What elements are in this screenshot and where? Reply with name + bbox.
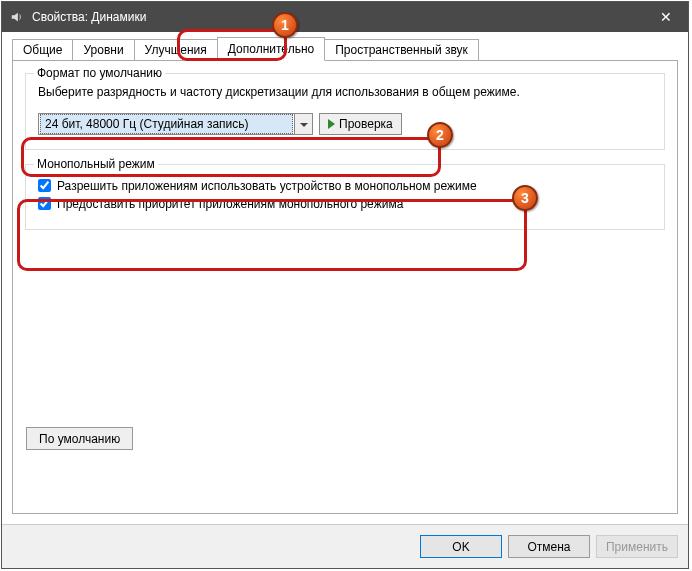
- default-format-description: Выберите разрядность и частоту дискретиз…: [38, 84, 652, 101]
- tab-spatial[interactable]: Пространственный звук: [324, 39, 479, 60]
- restore-defaults-button[interactable]: По умолчанию: [26, 427, 133, 450]
- default-format-legend: Формат по умолчанию: [34, 66, 165, 80]
- priority-exclusive-label: Предоставить приоритет приложениям моноп…: [57, 197, 403, 211]
- window-title: Свойства: Динамики: [32, 10, 146, 24]
- apply-button: Применить: [596, 535, 678, 558]
- test-button-label: Проверка: [339, 117, 393, 131]
- format-combobox[interactable]: 24 бит, 48000 Гц (Студийная запись): [38, 113, 313, 135]
- tabs-row: Общие Уровни Улучшения Дополнительно Про…: [12, 36, 678, 60]
- titlebar: Свойства: Динамики ✕: [2, 2, 688, 32]
- allow-exclusive-row[interactable]: Разрешить приложениям использовать устро…: [38, 179, 652, 193]
- speaker-icon: [10, 10, 24, 24]
- priority-exclusive-row[interactable]: Предоставить приоритет приложениям моноп…: [38, 197, 652, 211]
- properties-dialog: Свойства: Динамики ✕ Общие Уровни Улучше…: [1, 1, 689, 569]
- test-button[interactable]: Проверка: [319, 113, 402, 135]
- priority-exclusive-checkbox[interactable]: [38, 197, 51, 210]
- allow-exclusive-checkbox[interactable]: [38, 179, 51, 192]
- allow-exclusive-label: Разрешить приложениям использовать устро…: [57, 179, 477, 193]
- format-row: 24 бит, 48000 Гц (Студийная запись) Пров…: [38, 113, 652, 135]
- exclusive-legend: Монопольный режим: [34, 157, 158, 171]
- chevron-down-icon: [300, 117, 308, 131]
- dialog-content: Общие Уровни Улучшения Дополнительно Про…: [2, 32, 688, 524]
- tab-enhancements[interactable]: Улучшения: [134, 39, 218, 60]
- tab-advanced[interactable]: Дополнительно: [217, 37, 325, 61]
- default-format-group: Формат по умолчанию Выберите разрядность…: [25, 73, 665, 150]
- ok-button[interactable]: OK: [420, 535, 502, 558]
- format-selected-text: 24 бит, 48000 Гц (Студийная запись): [40, 114, 293, 134]
- format-dropdown-button[interactable]: [294, 114, 312, 134]
- tab-levels[interactable]: Уровни: [72, 39, 134, 60]
- dialog-button-bar: OK Отмена Применить: [2, 524, 688, 568]
- tab-general[interactable]: Общие: [12, 39, 73, 60]
- close-icon: ✕: [660, 9, 672, 25]
- play-icon: [328, 119, 335, 129]
- cancel-button[interactable]: Отмена: [508, 535, 590, 558]
- exclusive-mode-group: Монопольный режим Разрешить приложениям …: [25, 164, 665, 230]
- close-button[interactable]: ✕: [643, 2, 688, 32]
